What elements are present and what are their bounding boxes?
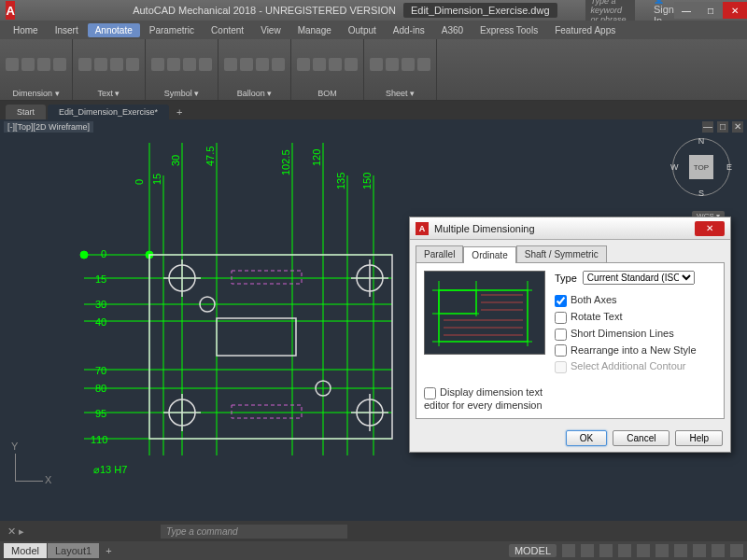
cancel-button[interactable]: Cancel	[613, 430, 669, 446]
viewport-minimize-icon[interactable]: —	[702, 121, 713, 133]
menu-manage[interactable]: Manage	[290, 23, 339, 37]
svg-text:80: 80	[95, 383, 106, 394]
svg-text:135: 135	[335, 173, 346, 189]
title-bar: A AutoCAD Mechanical 2018 - UNREGISTERED…	[0, 0, 747, 21]
rearrange-checkbox[interactable]: Rearrange into a New Style	[555, 344, 716, 357]
viewcube-face[interactable]: TOP	[689, 155, 713, 179]
svg-rect-51	[232, 405, 302, 418]
view-cube[interactable]: TOP N S E W	[672, 138, 730, 196]
menu-featured-apps[interactable]: Featured Apps	[547, 23, 623, 37]
svg-text:0: 0	[134, 179, 145, 185]
layout-tab-model[interactable]: Model	[4, 543, 47, 558]
ribbon-panel[interactable]: Dimension ▾	[0, 39, 73, 100]
status-icon[interactable]	[637, 544, 650, 557]
status-icon[interactable]	[655, 544, 669, 557]
viewport-restore-icon[interactable]: □	[717, 121, 728, 133]
menu-annotate[interactable]: Annotate	[88, 23, 140, 37]
model-space-toggle[interactable]: MODEL	[509, 544, 557, 557]
dimension-preview	[424, 271, 545, 355]
ucs-icon: X Y	[15, 444, 52, 482]
app-title: AutoCAD Mechanical 2018 - UNREGISTERED V…	[133, 5, 396, 16]
status-icon[interactable]	[730, 544, 743, 557]
ribbon-panel[interactable]: Sheet ▾	[364, 39, 437, 100]
both-axes-checkbox[interactable]: Both Axes	[555, 294, 716, 307]
compass-n[interactable]: N	[698, 136, 705, 146]
add-layout-button[interactable]: +	[100, 543, 117, 558]
dialog-title: Multiple Dimensioning	[434, 223, 535, 234]
minimize-button[interactable]: —	[674, 2, 698, 19]
svg-rect-35	[217, 318, 296, 356]
status-icon[interactable]	[693, 544, 706, 557]
dialog-close-button[interactable]: ✕	[695, 221, 725, 236]
status-bar: Model Layout1 + MODEL	[0, 541, 747, 560]
new-tab-button[interactable]: +	[171, 105, 188, 119]
svg-text:30: 30	[170, 155, 181, 166]
compass-w[interactable]: W	[670, 162, 679, 172]
menu-express-tools[interactable]: Express Tools	[472, 23, 545, 37]
app-logo[interactable]: A	[6, 1, 15, 20]
menu-view[interactable]: View	[253, 23, 289, 37]
svg-text:95: 95	[95, 408, 106, 419]
svg-text:40: 40	[95, 316, 106, 328]
compass-e[interactable]: E	[726, 162, 732, 172]
dialog-titlebar[interactable]: A Multiple Dimensioning ✕	[410, 217, 730, 240]
close-button[interactable]: ✕	[723, 2, 747, 19]
document-tabs: StartEdit_Dimension_Exercise*+	[0, 101, 747, 119]
ribbon-panel[interactable]: BOM	[291, 39, 364, 100]
svg-text:120: 120	[311, 149, 322, 166]
command-bar: ✕ ▸ Type a command	[0, 521, 747, 541]
compass-s[interactable]: S	[698, 189, 704, 198]
svg-text:15: 15	[95, 273, 106, 285]
ribbon-panel[interactable]: Text ▾	[73, 39, 146, 100]
dialog-tab-parallel[interactable]: Parallel	[416, 245, 463, 262]
ribbon-panel[interactable]: Balloon ▾	[218, 39, 291, 100]
short-dim-checkbox[interactable]: Short Dimension Lines	[555, 328, 716, 341]
menu-a360[interactable]: A360	[434, 23, 471, 37]
menu-home[interactable]: Home	[6, 23, 46, 37]
ribbon-panel[interactable]: Symbol ▾	[146, 39, 218, 100]
layout-tab-layout1[interactable]: Layout1	[48, 543, 99, 558]
status-icon[interactable]	[618, 544, 631, 557]
dialog-tab-shaft-symmetric[interactable]: Shaft / Symmetric	[516, 245, 607, 262]
dialog-logo-icon: A	[416, 222, 429, 235]
status-icon[interactable]	[674, 544, 687, 557]
maximize-button[interactable]: □	[698, 2, 723, 19]
rotate-text-checkbox[interactable]: Rotate Text	[555, 311, 716, 324]
svg-rect-52	[439, 290, 528, 342]
status-icon[interactable]	[599, 544, 613, 557]
svg-rect-34	[149, 255, 392, 439]
multiple-dimensioning-dialog: A Multiple Dimensioning ✕ ParallelOrdina…	[409, 217, 731, 453]
menu-add-ins[interactable]: Add-ins	[386, 23, 432, 37]
svg-text:70: 70	[95, 365, 106, 376]
ok-button[interactable]: OK	[566, 430, 607, 446]
type-label: Type	[555, 273, 577, 284]
svg-rect-53	[439, 290, 476, 314]
display-editor-checkbox[interactable]: Display dimension text editor for every …	[424, 386, 543, 411]
svg-text:15: 15	[151, 174, 162, 185]
document-name: Edit_Dimension_Exercise.dwg	[403, 3, 557, 18]
menu-output[interactable]: Output	[341, 23, 384, 37]
menu-bar: HomeInsertAnnotateParametricContentViewM…	[0, 21, 747, 39]
svg-rect-50	[232, 271, 302, 284]
status-icon[interactable]	[581, 544, 594, 557]
select-contour-checkbox: Select Additional Contour	[555, 360, 716, 373]
document-tab[interactable]: Start	[6, 105, 46, 119]
status-icon[interactable]	[562, 544, 575, 557]
command-input[interactable]: Type a command	[161, 525, 347, 539]
menu-parametric[interactable]: Parametric	[142, 23, 202, 37]
menu-content[interactable]: Content	[204, 23, 251, 37]
drawing-svg: 0 15 30 47.5 102.5 120 135 150 015 3040 …	[0, 119, 411, 521]
help-button[interactable]: Help	[675, 430, 723, 446]
type-select[interactable]: Current Standard (ISO)	[583, 271, 695, 285]
svg-point-17	[80, 251, 88, 259]
menu-insert[interactable]: Insert	[48, 23, 86, 37]
dialog-tab-ordinate[interactable]: Ordinate	[463, 246, 515, 263]
svg-text:110: 110	[91, 434, 107, 445]
status-icon[interactable]	[712, 544, 725, 557]
ribbon: Dimension ▾Text ▾Symbol ▾Balloon ▾BOMShe…	[0, 39, 747, 101]
document-tab[interactable]: Edit_Dimension_Exercise*	[48, 105, 169, 119]
diameter-note: ⌀13 H7	[93, 464, 127, 476]
viewport-close-icon[interactable]: ✕	[732, 121, 743, 133]
svg-text:30: 30	[95, 299, 106, 310]
svg-text:102.5: 102.5	[280, 149, 291, 175]
